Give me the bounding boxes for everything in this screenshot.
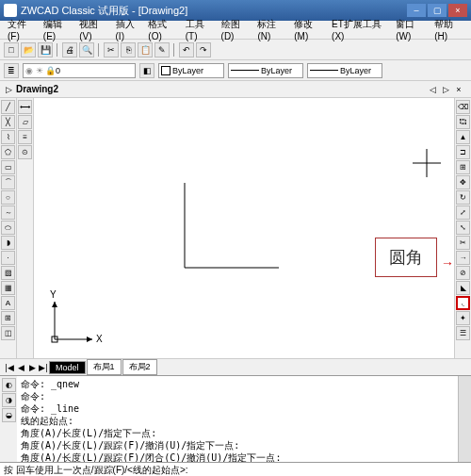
doc-expand-icon[interactable]: ▷ bbox=[6, 85, 12, 94]
menu-ext[interactable]: ET扩展工具(X) bbox=[328, 16, 392, 43]
cmd-icon-1[interactable]: ◐ bbox=[2, 378, 16, 392]
mirror-tool-icon[interactable]: ▲ bbox=[456, 130, 470, 144]
rectangle-tool-icon[interactable]: ▭ bbox=[1, 160, 15, 174]
region-tool-icon[interactable]: ▦ bbox=[1, 281, 15, 295]
drawn-line bbox=[175, 183, 288, 279]
menu-tools[interactable]: 工具(T) bbox=[182, 16, 218, 43]
command-history-text[interactable]: 命令: _qnew 命令: 命令: _line 线的起始点: 角度(A)/长度(… bbox=[17, 376, 458, 462]
doc-prev-button[interactable]: ◁ bbox=[426, 85, 439, 94]
tab-nav-first[interactable]: |◀ bbox=[4, 363, 15, 372]
id-tool-icon[interactable]: ⊙ bbox=[18, 145, 32, 159]
document-tab-bar: ▷ Drawing2 ◁ ▷ × bbox=[0, 81, 471, 98]
offset-tool-icon[interactable]: ⊐ bbox=[456, 145, 470, 159]
erase-tool-icon[interactable]: ⌫ bbox=[456, 100, 470, 114]
spline-tool-icon[interactable]: ～ bbox=[1, 205, 15, 220]
dist-tool-icon[interactable]: ⟷ bbox=[18, 100, 32, 114]
tab-layout2[interactable]: 布局2 bbox=[122, 359, 157, 375]
table-tool-icon[interactable]: ⊞ bbox=[1, 311, 15, 325]
tab-layout1[interactable]: 布局1 bbox=[87, 359, 122, 375]
menu-file[interactable]: 文件(F) bbox=[4, 16, 40, 43]
save-icon[interactable]: 💾 bbox=[38, 42, 53, 57]
break-tool-icon[interactable]: ⊘ bbox=[456, 266, 470, 280]
menu-format[interactable]: 格式(O) bbox=[144, 16, 181, 43]
tab-model[interactable]: Model bbox=[49, 361, 86, 374]
close-button[interactable]: × bbox=[448, 4, 467, 17]
block-tool-icon[interactable]: ◫ bbox=[1, 326, 15, 340]
layer-manager-icon[interactable]: ≣ bbox=[4, 63, 19, 78]
rotate-tool-icon[interactable]: ↻ bbox=[456, 190, 470, 205]
point-tool-icon[interactable]: · bbox=[1, 251, 15, 265]
menu-dim[interactable]: 标注(N) bbox=[253, 16, 290, 43]
draw-toolbar: ╱ ╳ ⌇ ⬠ ▭ ⌒ ○ ～ ⬭ ◗ · ▨ ▦ A ⊞ ◫ bbox=[0, 98, 17, 358]
move-tool-icon[interactable]: ✥ bbox=[456, 175, 470, 189]
explode-tool-icon[interactable]: ✦ bbox=[456, 311, 470, 325]
tab-nav-prev[interactable]: ◀ bbox=[15, 363, 26, 372]
menu-help[interactable]: 帮助(H) bbox=[430, 16, 467, 43]
extend-tool-icon[interactable]: → bbox=[456, 251, 470, 265]
cmd-icon-3[interactable]: ◒ bbox=[2, 408, 16, 422]
array-tool-icon[interactable]: ⊞ bbox=[456, 160, 470, 174]
minimize-button[interactable]: – bbox=[407, 4, 426, 17]
lineweight-dropdown[interactable]: ByLayer bbox=[307, 63, 382, 78]
cut-icon[interactable]: ✂ bbox=[104, 42, 119, 57]
menu-insert[interactable]: 插入(I) bbox=[112, 16, 145, 43]
fillet-tool-icon[interactable]: ◟ bbox=[456, 296, 470, 310]
maximize-button[interactable]: ▢ bbox=[428, 4, 447, 17]
layer-state-icon[interactable]: ◧ bbox=[139, 63, 154, 78]
list-tool-icon[interactable]: ≡ bbox=[18, 130, 32, 144]
new-icon[interactable]: □ bbox=[4, 42, 19, 57]
app-icon bbox=[4, 4, 17, 17]
linetype-dropdown[interactable]: ByLayer bbox=[228, 63, 303, 78]
cmd-icon-2[interactable]: ◑ bbox=[2, 393, 16, 407]
preview-icon[interactable]: 🔍 bbox=[79, 42, 94, 57]
tab-nav-next[interactable]: ▶ bbox=[26, 363, 38, 372]
menu-edit[interactable]: 编辑(E) bbox=[40, 16, 75, 43]
redo-icon[interactable]: ↷ bbox=[196, 42, 211, 57]
properties-tool-icon[interactable]: ☰ bbox=[456, 326, 470, 340]
properties-toolbar: ≣ ◉ ☀ 🔒 0 ◧ ByLayer ByLayer ByLayer bbox=[0, 60, 471, 81]
xline-tool-icon[interactable]: ╳ bbox=[1, 115, 15, 129]
paste-icon[interactable]: 📋 bbox=[138, 42, 153, 57]
inquiry-toolbar: ⟷ ▱ ≡ ⊙ bbox=[17, 98, 34, 358]
menu-window[interactable]: 窗口(W) bbox=[392, 16, 430, 43]
hatch-tool-icon[interactable]: ▨ bbox=[1, 266, 15, 280]
area-tool-icon[interactable]: ▱ bbox=[18, 115, 32, 129]
color-dropdown[interactable]: ByLayer bbox=[158, 63, 224, 78]
menu-draw[interactable]: 绘图(D) bbox=[218, 16, 254, 43]
ucs-icon: X Y bbox=[45, 292, 102, 351]
trim-tool-icon[interactable]: ✂ bbox=[456, 236, 470, 250]
copy-icon[interactable]: ⎘ bbox=[121, 42, 136, 57]
line-tool-icon[interactable]: ╱ bbox=[1, 100, 15, 114]
ellipse-arc-tool-icon[interactable]: ◗ bbox=[1, 236, 15, 250]
arc-tool-icon[interactable]: ⌒ bbox=[1, 175, 15, 189]
menu-modify[interactable]: 修改(M) bbox=[290, 16, 328, 43]
undo-icon[interactable]: ↶ bbox=[179, 42, 194, 57]
scale-tool-icon[interactable]: ⤢ bbox=[456, 205, 470, 220]
drawing-canvas[interactable]: X Y bbox=[34, 98, 454, 358]
layout-tab-bar: |◀ ◀ ▶ ▶| Model 布局1 布局2 bbox=[0, 358, 471, 375]
layer-dropdown[interactable]: ◉ ☀ 🔒 0 bbox=[23, 63, 136, 78]
ellipse-tool-icon[interactable]: ⬭ bbox=[1, 221, 15, 235]
document-title: Drawing2 bbox=[16, 84, 58, 94]
modify-toolbar: ⌫ ⿻ ▲ ⊐ ⊞ ✥ ↻ ⤢ ⤡ ✂ → ⊘ ◣ ◟ ✦ ☰ bbox=[454, 98, 471, 358]
menu-view[interactable]: 视图(V) bbox=[75, 16, 111, 43]
pline-tool-icon[interactable]: ⌇ bbox=[1, 130, 15, 144]
annotation-callout: 圆角 bbox=[375, 238, 437, 277]
command-scrollbar[interactable] bbox=[458, 376, 471, 462]
svg-marker-3 bbox=[87, 336, 92, 342]
copy-tool-icon[interactable]: ⿻ bbox=[456, 115, 470, 129]
text-tool-icon[interactable]: A bbox=[1, 296, 15, 310]
polygon-tool-icon[interactable]: ⬠ bbox=[1, 145, 15, 159]
tab-nav-last[interactable]: ▶| bbox=[38, 363, 49, 372]
open-icon[interactable]: 📂 bbox=[21, 42, 36, 57]
stretch-tool-icon[interactable]: ⤡ bbox=[456, 221, 470, 235]
doc-next-button[interactable]: ▷ bbox=[439, 85, 452, 94]
print-icon[interactable]: 🖨 bbox=[62, 42, 77, 57]
chamfer-tool-icon[interactable]: ◣ bbox=[456, 281, 470, 295]
svg-text:X: X bbox=[96, 334, 103, 344]
doc-close-button[interactable]: × bbox=[452, 85, 465, 94]
svg-text:Y: Y bbox=[50, 289, 57, 300]
match-icon[interactable]: ✎ bbox=[154, 42, 170, 57]
command-input[interactable]: 按 回车使用上一次点/跟踪(F)/<线的起始点>: bbox=[0, 462, 471, 476]
circle-tool-icon[interactable]: ○ bbox=[1, 190, 15, 205]
